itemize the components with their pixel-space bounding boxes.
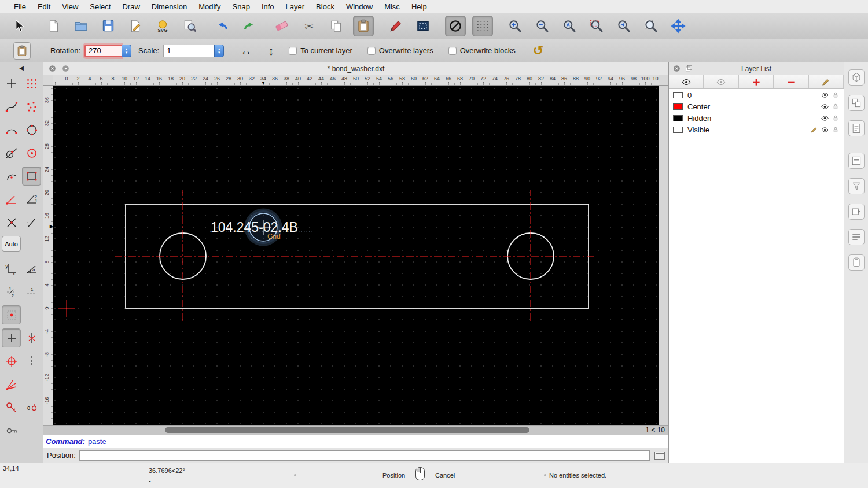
zoom-out-button[interactable] <box>532 16 553 36</box>
dock-entity-info-button[interactable] <box>848 229 865 245</box>
dock-clipboard-button[interactable] <box>848 254 865 271</box>
layer-visibility-icon[interactable] <box>821 114 829 123</box>
dock-command-widget-button[interactable] <box>848 153 865 169</box>
cut-button[interactable]: ✂ <box>299 16 319 36</box>
snap-entity-endpoints-button[interactable] <box>22 167 41 186</box>
snap-crossing-button[interactable] <box>2 213 21 232</box>
layer-lock-icon[interactable] <box>832 102 840 110</box>
overwrite-layers-checkbox[interactable]: Overwrite layers <box>367 46 433 55</box>
restrict-nothing-button[interactable] <box>22 213 41 232</box>
dock-library-browser-button[interactable] <box>848 120 865 136</box>
deselect-window-button[interactable] <box>413 16 433 36</box>
menu-file[interactable]: File <box>8 2 32 11</box>
save-as-button[interactable] <box>125 16 146 36</box>
to-current-layer-checkbox[interactable]: To current layer <box>289 46 352 55</box>
snap-on-entity-button[interactable] <box>22 97 41 116</box>
snap-arc-point-button[interactable] <box>2 167 21 186</box>
grid-toggle-button[interactable] <box>472 16 493 36</box>
paste-button[interactable] <box>353 16 374 36</box>
toolbox-collapse-icon[interactable]: ◀ <box>0 62 43 73</box>
print-preview-button[interactable] <box>179 16 200 36</box>
layer-row-visible[interactable]: Visible <box>669 124 844 135</box>
layer-lock-icon[interactable] <box>832 125 840 134</box>
ellipse-tool-button[interactable] <box>445 16 466 36</box>
add-layer-button[interactable] <box>739 75 774 88</box>
restore-document-icon[interactable] <box>61 64 70 73</box>
zoom-pan-button[interactable] <box>668 16 689 36</box>
layer-pen-icon[interactable] <box>810 125 818 134</box>
menu-modify[interactable]: Modify <box>193 2 226 11</box>
checkbox-box[interactable] <box>289 47 297 55</box>
redo-button[interactable] <box>239 16 260 36</box>
rotation-input[interactable]: ▲ ▼ <box>84 45 131 57</box>
menu-info[interactable]: Info <box>256 2 280 11</box>
flip-vertical-button[interactable]: ↕ <box>268 45 274 57</box>
show-all-layers-button[interactable] <box>669 75 704 88</box>
undock-panel-icon[interactable] <box>685 64 693 73</box>
layer-visibility-icon[interactable] <box>821 91 829 99</box>
snap-intersection-manual-button[interactable]: 21 <box>22 190 41 209</box>
close-document-icon[interactable] <box>48 64 57 73</box>
position-input[interactable] <box>79 450 650 461</box>
dock-block-list-button[interactable] <box>848 69 865 86</box>
zoom-window-button[interactable] <box>641 16 661 36</box>
layer-visibility-icon[interactable] <box>821 125 829 134</box>
drawing-canvas[interactable]: 104.245-02.4BGrid <box>53 86 659 425</box>
draw-freehand-button[interactable] <box>385 16 406 36</box>
menu-edit[interactable]: Edit <box>32 2 56 11</box>
copy-button[interactable] <box>326 16 347 36</box>
dock-layer-list-button[interactable] <box>848 95 865 111</box>
hide-all-layers-button[interactable] <box>704 75 738 88</box>
snap-grid-dots-button[interactable] <box>22 74 41 93</box>
scale-stepper[interactable]: ▲ ▼ <box>214 45 224 57</box>
menu-dimension[interactable]: Dimension <box>146 2 193 11</box>
remove-layer-button[interactable] <box>774 75 808 88</box>
menu-window[interactable]: Window <box>340 2 378 11</box>
open-file-button[interactable] <box>71 16 91 36</box>
horizontal-scrollbar[interactable]: 1 < 10 <box>43 425 668 435</box>
menu-misc[interactable]: Misc <box>378 2 406 11</box>
new-document-button[interactable] <box>43 16 64 36</box>
layer-row-0[interactable]: 0 <box>669 89 844 101</box>
menu-help[interactable]: Help <box>406 2 433 11</box>
snap-angle-button[interactable]: a <box>22 259 41 278</box>
snap-center-cross-button[interactable] <box>2 352 21 371</box>
menu-draw[interactable]: Draw <box>116 2 145 11</box>
close-panel-icon[interactable] <box>672 64 681 73</box>
snap-circle-quadrants-button[interactable] <box>22 120 41 139</box>
zoom-in-button[interactable] <box>505 16 525 36</box>
menu-block[interactable]: Block <box>310 2 340 11</box>
scale-input[interactable]: ▲ ▼ <box>163 45 224 57</box>
save-button[interactable] <box>98 16 119 36</box>
dock-properties-button[interactable] <box>848 204 865 220</box>
modify-layer-button[interactable] <box>809 75 844 88</box>
restrict-vertical-button[interactable] <box>22 328 41 347</box>
stepper-down-icon[interactable]: ▼ <box>218 51 221 54</box>
scale-value-field[interactable] <box>163 45 214 57</box>
revert-button[interactable]: ↺ <box>533 45 543 57</box>
snap-auto-button[interactable]: Auto <box>2 236 21 252</box>
zoom-selection-button[interactable] <box>586 16 607 36</box>
undo-button[interactable] <box>212 16 233 36</box>
menu-snap[interactable]: Snap <box>227 2 256 11</box>
export-svg-button[interactable]: SVG <box>152 16 173 36</box>
snap-distance-button[interactable]: 1 <box>22 282 41 301</box>
restrict-horizontal-button[interactable] <box>22 352 41 371</box>
snap-point-button[interactable] <box>2 305 21 324</box>
restrict-orthogonal-button[interactable]: yx <box>2 259 21 278</box>
checkbox-box[interactable] <box>367 47 376 55</box>
layer-lock-icon[interactable] <box>832 91 840 99</box>
layer-visibility-icon[interactable] <box>821 102 829 111</box>
rotation-value-field[interactable] <box>84 45 122 57</box>
scrollbar-thumb[interactable] <box>165 427 529 433</box>
dock-filter-button[interactable] <box>848 178 865 194</box>
snap-endpoints-button[interactable] <box>2 97 21 116</box>
snap-rays-button[interactable] <box>2 375 21 394</box>
snap-center-button[interactable] <box>22 143 41 162</box>
menu-select[interactable]: Select <box>84 2 116 11</box>
snap-middle-button[interactable]: 12 <box>2 282 21 301</box>
rotation-stepper[interactable]: ▲ ▼ <box>122 45 131 57</box>
layer-lock-icon[interactable] <box>832 114 840 122</box>
toggle-lock-button[interactable] <box>2 421 21 440</box>
flip-horizontal-button[interactable]: ↔ <box>240 45 252 57</box>
